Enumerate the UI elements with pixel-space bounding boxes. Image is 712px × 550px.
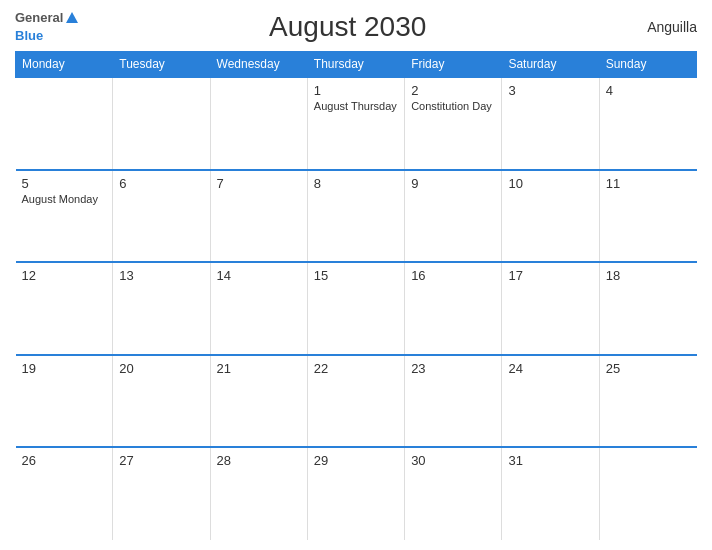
calendar-cell: 3 — [502, 77, 599, 170]
day-number: 3 — [508, 83, 592, 98]
col-monday: Monday — [16, 52, 113, 78]
col-friday: Friday — [405, 52, 502, 78]
logo: GeneralBlue — [15, 10, 78, 43]
weekday-header-row: Monday Tuesday Wednesday Thursday Friday… — [16, 52, 697, 78]
day-number: 2 — [411, 83, 495, 98]
calendar-cell: 27 — [113, 447, 210, 540]
day-event: Constitution Day — [411, 100, 495, 112]
day-number: 5 — [22, 176, 107, 191]
calendar-table: Monday Tuesday Wednesday Thursday Friday… — [15, 51, 697, 540]
calendar-cell: 30 — [405, 447, 502, 540]
calendar-cell: 20 — [113, 355, 210, 448]
day-number: 26 — [22, 453, 107, 468]
calendar-cell: 26 — [16, 447, 113, 540]
calendar-cell: 29 — [307, 447, 404, 540]
calendar-week-row: 12131415161718 — [16, 262, 697, 355]
calendar-cell: 23 — [405, 355, 502, 448]
calendar-cell: 15 — [307, 262, 404, 355]
calendar-cell: 9 — [405, 170, 502, 263]
calendar-cell: 16 — [405, 262, 502, 355]
calendar-cell: 28 — [210, 447, 307, 540]
col-thursday: Thursday — [307, 52, 404, 78]
calendar-cell: 6 — [113, 170, 210, 263]
calendar-cell: 4 — [599, 77, 696, 170]
calendar-cell: 19 — [16, 355, 113, 448]
day-number: 21 — [217, 361, 301, 376]
calendar-cell: 12 — [16, 262, 113, 355]
day-number: 17 — [508, 268, 592, 283]
calendar-cell: 11 — [599, 170, 696, 263]
day-number: 27 — [119, 453, 203, 468]
calendar-cell: 13 — [113, 262, 210, 355]
calendar-header: GeneralBlue August 2030 Anguilla — [15, 10, 697, 43]
calendar-cell: 2Constitution Day — [405, 77, 502, 170]
calendar-title: August 2030 — [78, 11, 617, 43]
calendar-cell: 22 — [307, 355, 404, 448]
day-number: 28 — [217, 453, 301, 468]
calendar-cell: 31 — [502, 447, 599, 540]
country-label: Anguilla — [617, 19, 697, 35]
calendar-cell — [113, 77, 210, 170]
calendar-cell: 8 — [307, 170, 404, 263]
day-number: 30 — [411, 453, 495, 468]
day-number: 6 — [119, 176, 203, 191]
calendar-cell: 24 — [502, 355, 599, 448]
calendar-cell — [16, 77, 113, 170]
day-number: 25 — [606, 361, 691, 376]
day-number: 31 — [508, 453, 592, 468]
calendar-cell: 7 — [210, 170, 307, 263]
day-number: 18 — [606, 268, 691, 283]
day-number: 19 — [22, 361, 107, 376]
day-number: 23 — [411, 361, 495, 376]
day-number: 7 — [217, 176, 301, 191]
day-number: 24 — [508, 361, 592, 376]
calendar-cell: 5August Monday — [16, 170, 113, 263]
day-number: 11 — [606, 176, 691, 191]
col-wednesday: Wednesday — [210, 52, 307, 78]
calendar-week-row: 19202122232425 — [16, 355, 697, 448]
day-number: 4 — [606, 83, 691, 98]
calendar-cell: 18 — [599, 262, 696, 355]
calendar-cell — [210, 77, 307, 170]
calendar-cell: 21 — [210, 355, 307, 448]
day-number: 9 — [411, 176, 495, 191]
day-event: August Monday — [22, 193, 107, 205]
col-saturday: Saturday — [502, 52, 599, 78]
calendar-cell — [599, 447, 696, 540]
calendar-cell: 1August Thursday — [307, 77, 404, 170]
day-number: 29 — [314, 453, 398, 468]
calendar-cell: 10 — [502, 170, 599, 263]
day-number: 15 — [314, 268, 398, 283]
calendar-week-row: 1August Thursday2Constitution Day34 — [16, 77, 697, 170]
calendar-cell: 14 — [210, 262, 307, 355]
calendar-cell: 25 — [599, 355, 696, 448]
day-number: 10 — [508, 176, 592, 191]
day-number: 16 — [411, 268, 495, 283]
calendar-cell: 17 — [502, 262, 599, 355]
day-number: 8 — [314, 176, 398, 191]
col-sunday: Sunday — [599, 52, 696, 78]
day-number: 1 — [314, 83, 398, 98]
day-number: 13 — [119, 268, 203, 283]
day-number: 22 — [314, 361, 398, 376]
day-number: 20 — [119, 361, 203, 376]
calendar-page: GeneralBlue August 2030 Anguilla Monday … — [0, 0, 712, 550]
day-number: 14 — [217, 268, 301, 283]
day-event: August Thursday — [314, 100, 398, 112]
col-tuesday: Tuesday — [113, 52, 210, 78]
calendar-week-row: 5August Monday67891011 — [16, 170, 697, 263]
day-number: 12 — [22, 268, 107, 283]
calendar-week-row: 262728293031 — [16, 447, 697, 540]
